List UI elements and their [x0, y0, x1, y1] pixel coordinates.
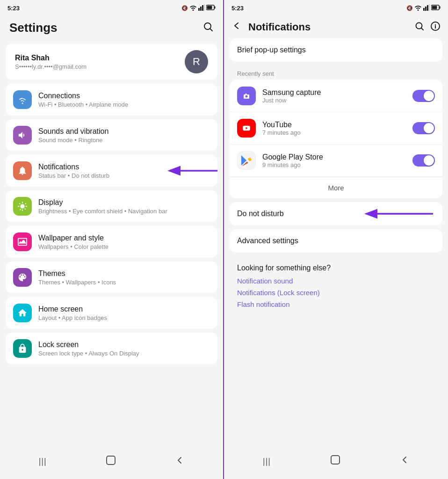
samsung-capture-toggle[interactable]	[412, 90, 435, 102]
arrow-annotation-left	[166, 161, 217, 180]
youtube-toggle[interactable]	[412, 122, 435, 134]
youtube-name: YouTube	[262, 121, 412, 129]
time-left: 5:23	[7, 5, 20, 12]
time-right: 5:23	[231, 5, 244, 12]
signal-icon	[198, 4, 205, 12]
google-play-toggle[interactable]	[412, 154, 435, 167]
google-play-name: Google Play Store	[262, 153, 412, 161]
page-title: Settings	[9, 21, 58, 35]
avatar: R	[185, 50, 208, 73]
connections-text: Connections Wi-Fi • Bluetooth • Airplane…	[38, 92, 210, 108]
battery-icon	[206, 5, 216, 11]
samsung-capture-time: Just now	[262, 97, 412, 104]
do-not-disturb-label: Do not disturb	[237, 210, 284, 218]
homescreen-sublabel: Layout • App icon badges	[38, 314, 210, 321]
link-flash-notification[interactable]: Flash notification	[237, 300, 435, 308]
recently-sent-label: Recently sent	[230, 65, 442, 80]
wallpaper-text: Wallpaper and style Wallpapers • Color p…	[38, 234, 210, 250]
app-item-youtube[interactable]: YouTube 7 minutes ago	[230, 112, 442, 145]
sounds-card: Sounds and vibration Sound mode • Ringto…	[6, 119, 217, 151]
sounds-sublabel: Sound mode • Ringtone	[38, 137, 210, 144]
nav-menu-right[interactable]: |||	[263, 457, 271, 466]
settings-list: Connections Wi-Fi • Bluetooth • Airplane…	[0, 84, 223, 447]
do-not-disturb-item[interactable]: Do not disturb	[230, 202, 442, 225]
status-icons-right: 🔇	[406, 4, 441, 12]
display-icon	[13, 197, 32, 216]
connections-label: Connections	[38, 92, 210, 100]
profile-section[interactable]: Rita Shah S••••••ly.dr.••••@gmail.com R	[6, 44, 217, 80]
notifications-icon	[13, 161, 32, 180]
notifications-card: Notifications Status bar • Do not distur…	[6, 155, 217, 187]
svg-rect-10	[425, 7, 426, 11]
google-play-icon	[237, 151, 256, 170]
signal-icon-right	[423, 4, 430, 12]
notif-search-button[interactable]	[414, 21, 425, 33]
homescreen-icon	[13, 304, 32, 322]
nav-menu-left[interactable]: |||	[39, 457, 47, 466]
lockscreen-text: Lock screen Screen lock type • Always On…	[38, 341, 210, 357]
samsung-capture-name: Samsung capture	[262, 88, 412, 97]
link-lock-screen[interactable]: Notifications (Lock screen)	[237, 289, 435, 297]
samsung-capture-info: Samsung capture Just now	[262, 88, 412, 104]
svg-rect-8	[107, 456, 115, 464]
notifications-page-title: Notifications	[248, 21, 410, 33]
themes-label: Themes	[38, 269, 210, 278]
nav-back-right[interactable]	[400, 455, 409, 467]
brief-popup-card[interactable]: Brief pop-up settings	[230, 38, 442, 62]
profile-email: S••••••ly.dr.••••@gmail.com	[15, 63, 179, 70]
profile-name: Rita Shah	[15, 54, 179, 62]
recently-sent-section: Recently sent Samsung capture Just now	[230, 65, 442, 198]
link-notification-sound[interactable]: Notification sound	[237, 277, 435, 285]
search-button[interactable]	[202, 21, 214, 35]
nav-back-left[interactable]	[175, 456, 184, 467]
samsung-capture-icon	[237, 87, 256, 105]
wallpaper-label: Wallpaper and style	[38, 234, 210, 242]
brief-popup-label: Brief pop-up settings	[237, 46, 306, 54]
lockscreen-card: Lock screen Screen lock type • Always On…	[6, 333, 217, 364]
svg-rect-3	[204, 4, 205, 11]
youtube-time: 7 minutes ago	[262, 129, 412, 136]
notifications-list: Brief pop-up settings Recently sent Sams…	[224, 38, 448, 447]
info-button[interactable]	[430, 21, 441, 33]
nav-home-left[interactable]	[105, 455, 116, 468]
sidebar-item-homescreen[interactable]: Home screen Layout • App icon badges	[6, 297, 217, 329]
svg-rect-0	[198, 8, 200, 11]
themes-text: Themes Themes • Wallpapers • Icons	[38, 269, 210, 286]
svg-rect-18	[240, 90, 253, 102]
status-bar-right: 5:23 🔇	[224, 0, 448, 15]
display-card: Display Brightness • Eye comfort shield …	[6, 190, 217, 222]
lockscreen-sublabel: Screen lock type • Always On Display	[38, 350, 210, 357]
sounds-text: Sounds and vibration Sound mode • Ringto…	[38, 127, 210, 144]
lockscreen-icon	[13, 339, 32, 358]
connections-sublabel: Wi-Fi • Bluetooth • Airplane mode	[38, 101, 210, 108]
connections-card: Connections Wi-Fi • Bluetooth • Airplane…	[6, 84, 217, 116]
lockscreen-label: Lock screen	[38, 341, 210, 349]
back-button[interactable]	[231, 21, 242, 34]
sidebar-item-connections[interactable]: Connections Wi-Fi • Bluetooth • Airplane…	[6, 84, 217, 116]
advanced-settings-label: Advanced settings	[237, 237, 298, 245]
svg-rect-5	[215, 7, 216, 9]
themes-sublabel: Themes • Wallpapers • Icons	[38, 279, 210, 286]
sidebar-item-sounds[interactable]: Sounds and vibration Sound mode • Ringto…	[6, 119, 217, 151]
svg-rect-15	[432, 6, 437, 9]
sidebar-item-wallpaper[interactable]: Wallpaper and style Wallpapers • Color p…	[6, 226, 217, 258]
notifications-panel: 5:23 🔇	[224, 0, 448, 479]
sidebar-item-themes[interactable]: Themes Themes • Wallpapers • Icons	[6, 261, 217, 293]
recently-sent-list: Samsung capture Just now YouTube	[230, 80, 442, 198]
more-button[interactable]: More	[230, 177, 442, 198]
mute-icon-right: 🔇	[406, 5, 413, 11]
sounds-label: Sounds and vibration	[38, 127, 210, 136]
svg-rect-12	[429, 4, 430, 11]
wifi-icon-right	[414, 4, 422, 12]
sidebar-item-lockscreen[interactable]: Lock screen Screen lock type • Always On…	[6, 333, 217, 364]
battery-icon-right	[431, 5, 441, 11]
sounds-icon	[13, 126, 32, 145]
app-item-samsung-capture[interactable]: Samsung capture Just now	[230, 80, 442, 112]
app-item-google-play[interactable]: Google Play Store 9 minutes ago	[230, 145, 442, 177]
sidebar-item-notifications[interactable]: Notifications Status bar • Do not distur…	[6, 155, 217, 187]
homescreen-label: Home screen	[38, 305, 210, 313]
homescreen-text: Home screen Layout • App icon badges	[38, 305, 210, 321]
nav-home-right[interactable]	[330, 454, 341, 468]
sidebar-item-display[interactable]: Display Brightness • Eye comfort shield …	[6, 190, 217, 222]
advanced-settings-item[interactable]: Advanced settings	[230, 229, 442, 253]
